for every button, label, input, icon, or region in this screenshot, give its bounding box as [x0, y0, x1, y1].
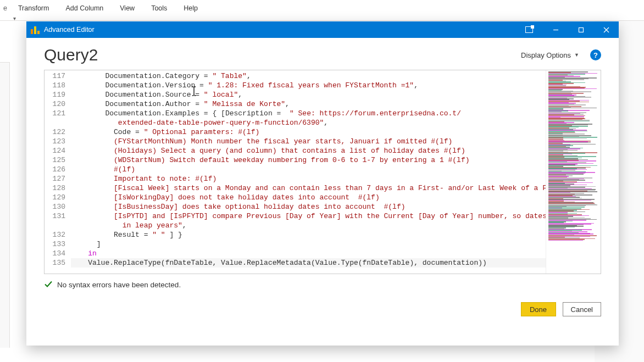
menu-item-view[interactable]: View	[112, 2, 142, 14]
display-options-label: Display Options	[521, 51, 571, 59]
menu-item-help[interactable]: Help	[176, 2, 206, 14]
done-button[interactable]: Done	[521, 302, 556, 316]
line-number-gutter: 1171181191201211221231241251261271281291…	[45, 70, 71, 274]
code-content[interactable]: Documentation.Category = " Table", Docum…	[71, 70, 546, 274]
syntax-status-text: No syntax errors have been detected.	[57, 281, 181, 289]
dialog-title: Advanced Editor	[44, 26, 95, 34]
advanced-editor-dialog: Advanced Editor Query2 Display Options ▼…	[26, 21, 619, 346]
display-options-dropdown[interactable]: Display Options ▼	[521, 51, 579, 59]
dialog-header: Query2 Display Options ▼ ?	[26, 38, 619, 70]
query-name: Query2	[44, 46, 98, 64]
svg-rect-1	[579, 27, 583, 32]
syntax-status: No syntax errors have been detected.	[26, 274, 619, 290]
minimap[interactable]	[546, 70, 601, 274]
help-icon[interactable]: ?	[590, 49, 601, 60]
popout-button[interactable]	[518, 21, 543, 38]
close-button[interactable]	[593, 21, 619, 38]
top-menu-bar: e Transform Add Column View Tools Help	[0, 0, 644, 16]
popout-icon	[525, 26, 533, 33]
chevron-down-icon: ▼	[574, 52, 579, 58]
maximize-button[interactable]	[568, 21, 593, 38]
power-query-icon	[31, 25, 40, 34]
cancel-button[interactable]: Cancel	[563, 302, 601, 316]
menu-item-transform[interactable]: Transform	[10, 2, 57, 14]
check-icon	[44, 280, 53, 290]
menu-item-truncated[interactable]: e	[2, 2, 9, 14]
minimize-button[interactable]	[543, 21, 568, 38]
menu-item-tools[interactable]: Tools	[143, 2, 175, 14]
ribbon-collapse-bar: ▾	[0, 16, 644, 21]
menu-item-add-column[interactable]: Add Column	[58, 2, 111, 14]
dialog-footer: Done Cancel	[26, 290, 619, 316]
code-editor[interactable]: 1171181191201211221231241251261271281291…	[44, 70, 601, 274]
dialog-titlebar: Advanced Editor	[26, 21, 619, 38]
